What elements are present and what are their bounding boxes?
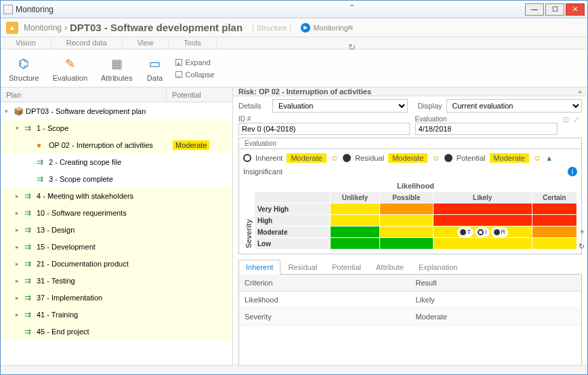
evaluation-button[interactable]: ✎ Evaluation (49, 55, 91, 82)
evaluation-date-field[interactable] (415, 123, 558, 135)
tab-evaluation[interactable]: Evaluation (238, 138, 582, 149)
tree-icon: ⇉ (24, 327, 34, 336)
tree-node[interactable]: ▸⇉15 - Development (1, 238, 232, 255)
tab-vision[interactable]: Vision (1, 37, 51, 49)
info-icon[interactable]: i (568, 167, 577, 176)
tree-node[interactable]: ⇉45 - End project (1, 323, 232, 340)
tree-twisty[interactable]: ▸ (16, 311, 23, 318)
tab-view[interactable]: View (123, 37, 169, 49)
display-select[interactable]: Current evaluation (446, 99, 582, 113)
tree-label: 37 - Implementation (37, 294, 102, 302)
details-label: Details (238, 102, 268, 110)
inherent-value: Moderate (287, 153, 326, 163)
tree-node[interactable]: ●OP 02 - Interruption of activitiesModer… (1, 136, 232, 153)
tree-twisty[interactable]: ▸ (16, 193, 23, 199)
tab-inherent[interactable]: Inherent (238, 260, 280, 275)
tree-node[interactable]: ⇉3 - Scope complete (1, 170, 232, 187)
refresh-icon[interactable]: ↻ (348, 42, 582, 52)
potential-value: Moderate (490, 153, 529, 163)
tree-icon: ⇉ (24, 225, 34, 235)
tree-node[interactable]: ⇉2 - Creating scope file (1, 153, 232, 170)
breadcrumb: ▲ Monitoring › DPT03 - Software developm… (1, 18, 587, 37)
collapse-icon: − (175, 71, 182, 78)
expand-button[interactable]: +Expand (175, 56, 214, 68)
tree-twisty[interactable]: ▸ (16, 277, 23, 284)
tab-explanation[interactable]: Explanation (411, 260, 465, 274)
structure-link[interactable]: Structure (257, 24, 287, 32)
tab-attribute[interactable]: Attribute (369, 260, 411, 274)
plan-tree[interactable]: ▾📦DPT03 - Software development plan▾⇉1 -… (1, 102, 232, 365)
tree-node[interactable]: ▸⇉13 - Design (1, 221, 232, 238)
tree-twisty[interactable]: ▸ (16, 294, 23, 301)
tree-node[interactable]: ▾📦DPT03 - Software development plan (1, 102, 232, 119)
tree-label: 41 - Training (37, 311, 78, 319)
col-plan: Plan (1, 88, 167, 102)
tree-node[interactable]: ▸⇉37 - Implementation (1, 289, 232, 306)
structure-icon: ⌬ (15, 55, 33, 73)
tree-label: 2 - Creating scope file (49, 158, 121, 166)
breadcrumb-root[interactable]: Monitoring (24, 23, 62, 33)
id-field[interactable] (238, 123, 410, 135)
likelihood-label: Likelihood (254, 182, 577, 190)
detail-tabs: Inherent Residual Potential Attribute Ex… (238, 260, 582, 275)
tab-record-data[interactable]: Record data (51, 37, 123, 49)
add-button[interactable]: ＋ (579, 226, 586, 237)
tree-label: 3 - Scope complete (49, 175, 113, 183)
tree-twisty[interactable]: ▸ (16, 210, 23, 216)
tree-twisty[interactable]: ▾ (16, 125, 23, 132)
attributes-button[interactable]: ▦ Attributes (97, 55, 136, 82)
play-icon: ▶ (301, 23, 310, 33)
tree-node[interactable]: ▸⇉10 - Software requeriments (1, 204, 232, 221)
details-select[interactable]: Evaluation (272, 99, 408, 113)
tree-node[interactable]: ▸⇉31 - Testing (1, 272, 232, 289)
tree-icon: ⇉ (24, 123, 34, 133)
tree-node[interactable]: ▸⇉41 - Training (1, 306, 232, 323)
refresh-button[interactable]: ↻ (579, 242, 586, 251)
expand-panel-icon[interactable]: » (578, 87, 582, 96)
tree-twisty[interactable]: ▾ (5, 108, 12, 115)
residual-value: Moderate (388, 153, 427, 163)
fullscreen-icon[interactable]: ⤢ (573, 115, 579, 135)
smile-icon: ☺ (533, 153, 541, 163)
tree-icon: ⇉ (24, 191, 34, 201)
plan-tree-panel: Plan Potential ▾📦DPT03 - Software develo… (1, 87, 233, 365)
tree-icon: ⇉ (24, 259, 34, 269)
tree-label: 1 - Scope (37, 124, 68, 132)
tab-potential[interactable]: Potential (324, 260, 369, 274)
tree-twisty[interactable]: ▸ (16, 260, 23, 267)
monitoring-link[interactable]: Monitoring (313, 24, 348, 32)
tree-icon: ⇉ (24, 208, 34, 218)
evaluation-date-label: Evaluation (415, 115, 558, 123)
smile-icon: ☺ (432, 153, 440, 163)
structure-button[interactable]: ⌬ Structure (5, 55, 43, 82)
tree-label: 10 - Software requeriments (37, 209, 127, 217)
tree-icon: 📦 (14, 106, 23, 116)
collapse-button[interactable]: −Collapse (175, 68, 214, 81)
tree-node[interactable]: ▸⇉21 - Documentation product (1, 255, 232, 272)
tree-label: 4 - Meeting with stakeholders (37, 192, 133, 200)
tree-twisty[interactable]: ▸ (16, 226, 23, 233)
tree-icon: ⇉ (24, 293, 34, 302)
collapse-icon[interactable]: ⌃ (348, 3, 582, 13)
tree-icon: ⇉ (37, 157, 46, 167)
smile-icon: ☺ (331, 153, 339, 163)
risk-matrix: UnlikelyPossibleLikelyCertain Very High … (254, 191, 577, 250)
calendar-icon[interactable]: ⊡ (563, 115, 569, 135)
evaluation-icon: ✎ (61, 55, 79, 73)
list-icon[interactable]: ≡ (348, 22, 582, 33)
col-potential: Potential (167, 88, 207, 102)
tree-node[interactable]: ▾⇉1 - Scope (1, 119, 232, 136)
residual-icon (343, 154, 351, 162)
tab-tools[interactable]: Tools (169, 37, 217, 49)
logo-icon: ▲ (6, 22, 18, 34)
matrix-marker-cell: TIR (433, 226, 532, 238)
attributes-icon: ▦ (108, 55, 125, 73)
tree-node[interactable]: ▸⇉4 - Meeting with stakeholders (1, 187, 232, 204)
tab-residual[interactable]: Residual (280, 260, 324, 274)
data-button[interactable]: ▭ Data (142, 55, 167, 82)
tree-label: DPT03 - Software development plan (26, 107, 146, 115)
tree-label: 15 - Development (37, 243, 96, 251)
display-label: Display (417, 102, 442, 110)
tree-twisty[interactable]: ▸ (16, 243, 23, 250)
ribbon: ⌬ Structure ✎ Evaluation ▦ Attributes ▭ … (1, 50, 587, 87)
